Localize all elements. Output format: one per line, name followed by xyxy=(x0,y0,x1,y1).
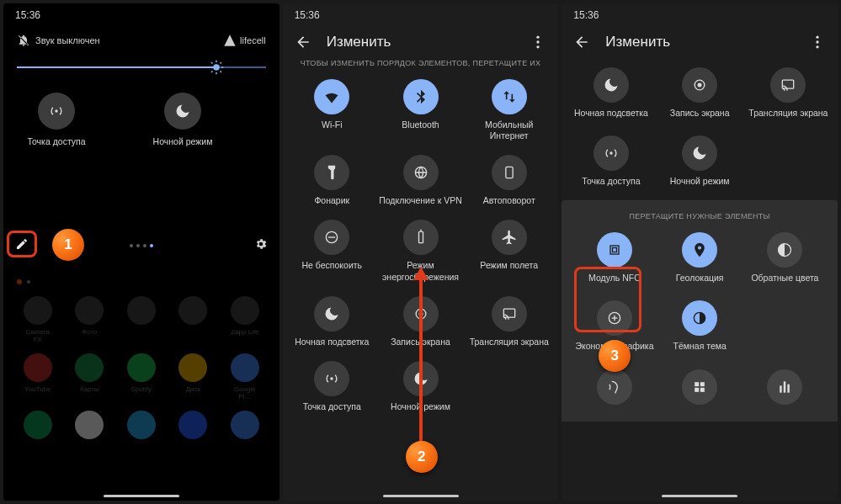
svg-rect-31 xyxy=(612,248,616,252)
arrow-line xyxy=(419,279,423,456)
tile-cast[interactable]: Трансляция экрана xyxy=(744,67,833,119)
svg-point-24 xyxy=(816,40,818,43)
tile-hotspot[interactable]: Точка доступа xyxy=(288,361,376,412)
svg-rect-37 xyxy=(695,382,699,386)
nav-pill[interactable] xyxy=(383,495,459,497)
more-vert-icon xyxy=(530,34,546,50)
header-title: Изменить xyxy=(327,34,515,50)
equalizer-icon xyxy=(776,379,793,395)
svg-rect-17 xyxy=(418,232,423,243)
airplane-icon xyxy=(501,229,518,246)
nav-pill[interactable] xyxy=(662,495,737,497)
bluetooth-icon xyxy=(413,88,429,105)
svg-rect-40 xyxy=(700,387,705,391)
homescreen-dimmed: Camera FX Фото Zapp Life YouTube Карты S… xyxy=(3,273,279,501)
tile-vpn[interactable]: Подключение к VPN xyxy=(376,155,465,206)
reorder-hint: ЧТОБЫ ИЗМЕНИТЬ ПОРЯДОК ЭЛЕМЕНТОВ, ПЕРЕТА… xyxy=(283,59,559,74)
tile-airplane[interactable]: Режим полета xyxy=(465,220,553,282)
tile-wifi[interactable]: Wi-Fi xyxy=(288,79,376,141)
tile-cast[interactable]: Трансляция экрана xyxy=(465,296,553,347)
cast-icon xyxy=(780,77,796,93)
svg-rect-43 xyxy=(788,384,790,392)
signal-icon xyxy=(223,34,237,47)
battery-icon xyxy=(413,229,429,246)
tile-extra-3[interactable] xyxy=(743,369,828,410)
moon-icon xyxy=(691,145,708,162)
night-light-icon xyxy=(603,77,620,93)
record-icon xyxy=(691,77,708,93)
svg-point-10 xyxy=(537,36,540,39)
tile-bluetooth[interactable]: Bluetooth xyxy=(376,79,465,141)
callout-badge-2: 2 xyxy=(406,441,438,473)
overflow-button[interactable] xyxy=(530,34,546,50)
svg-rect-28 xyxy=(783,80,794,88)
panel-2-edit-tiles: 15:36 Изменить ЧТОБЫ ИЗМЕНИТЬ ПОРЯДОК ЭЛ… xyxy=(283,3,559,501)
brightness-slider[interactable] xyxy=(17,59,266,76)
rotate-icon xyxy=(501,164,518,181)
status-bar: 15:36 xyxy=(3,3,279,27)
hotspot-icon xyxy=(603,145,620,162)
tile-dnd[interactable]: Не беспокоить xyxy=(288,220,376,282)
qs-tile-hotspot[interactable]: Точка доступа xyxy=(19,93,94,147)
hearing-icon xyxy=(606,379,623,395)
tile-hotspot[interactable]: Точка доступа xyxy=(567,135,655,187)
contrast-icon xyxy=(691,310,708,326)
cast-icon xyxy=(501,305,518,322)
nfc-icon xyxy=(606,241,623,258)
tile-night-light[interactable]: Ночная подсветка xyxy=(567,67,655,119)
svg-point-23 xyxy=(816,36,818,39)
tile-night-light[interactable]: Ночная подсветка xyxy=(288,296,376,347)
clock: 15:36 xyxy=(573,9,599,21)
moon-icon xyxy=(174,103,191,119)
svg-point-9 xyxy=(55,109,57,112)
svg-point-22 xyxy=(331,377,333,379)
tile-invert-colors[interactable]: Обратные цвета xyxy=(743,232,828,284)
svg-line-8 xyxy=(220,62,221,64)
svg-point-12 xyxy=(537,45,540,48)
back-button[interactable] xyxy=(295,34,311,50)
tile-dark-theme[interactable]: Тёмная тема xyxy=(657,300,743,352)
hotspot-icon xyxy=(48,103,65,119)
network-indicator: lifecell xyxy=(223,34,266,47)
tray-hint: ПЕРЕТАЩИТЕ НУЖНЫЕ ЭЛЕМЕНТЫ xyxy=(567,212,833,227)
svg-rect-30 xyxy=(610,246,619,254)
panel-1-quicksettings: 15:36 Звук выключен lifecell Точка досту… xyxy=(3,3,279,501)
nav-pill[interactable] xyxy=(104,495,179,497)
qs-tiles-row: Точка доступа Ночной режим xyxy=(3,79,279,156)
svg-rect-38 xyxy=(700,382,705,386)
tile-flashlight[interactable]: Фонарик xyxy=(288,155,376,206)
bell-off-icon xyxy=(17,34,30,47)
svg-line-5 xyxy=(211,62,213,64)
svg-rect-41 xyxy=(780,385,783,392)
wifi-icon xyxy=(323,88,340,105)
tiles-grid-top: Ночная подсветка Запись экрана Трансляци… xyxy=(562,59,838,195)
night-light-icon xyxy=(323,305,340,322)
arrow-left-icon xyxy=(295,34,311,50)
tile-extra-1[interactable] xyxy=(572,369,657,410)
tile-mobile-data[interactable]: Мобильный Интернет xyxy=(465,79,553,141)
svg-line-6 xyxy=(220,72,221,73)
svg-rect-21 xyxy=(503,309,514,317)
hotspot-icon xyxy=(323,370,340,387)
tile-night-mode[interactable]: Ночной режим xyxy=(656,135,744,187)
location-icon xyxy=(691,241,708,258)
settings-button[interactable] xyxy=(254,237,268,251)
flashlight-icon xyxy=(323,164,340,181)
clock: 15:36 xyxy=(295,9,320,21)
back-button[interactable] xyxy=(573,34,590,50)
more-vert-icon xyxy=(809,34,826,50)
overflow-button[interactable] xyxy=(809,34,826,50)
qs-tile-nightmode[interactable]: Ночной режим xyxy=(145,93,221,147)
tile-screen-record[interactable]: Запись экрана xyxy=(656,67,744,119)
clock: 15:36 xyxy=(15,9,40,21)
tile-extra-2[interactable] xyxy=(657,369,743,410)
svg-point-0 xyxy=(213,64,220,71)
svg-rect-14 xyxy=(506,167,513,178)
callout-box-nfc xyxy=(574,267,641,332)
svg-point-29 xyxy=(609,151,612,154)
svg-point-27 xyxy=(698,83,702,88)
tile-autorotate[interactable]: Автоповорот xyxy=(465,155,553,206)
svg-line-7 xyxy=(211,72,213,73)
tile-location[interactable]: Геолокация xyxy=(657,232,743,284)
arrow-up-icon xyxy=(413,267,428,280)
